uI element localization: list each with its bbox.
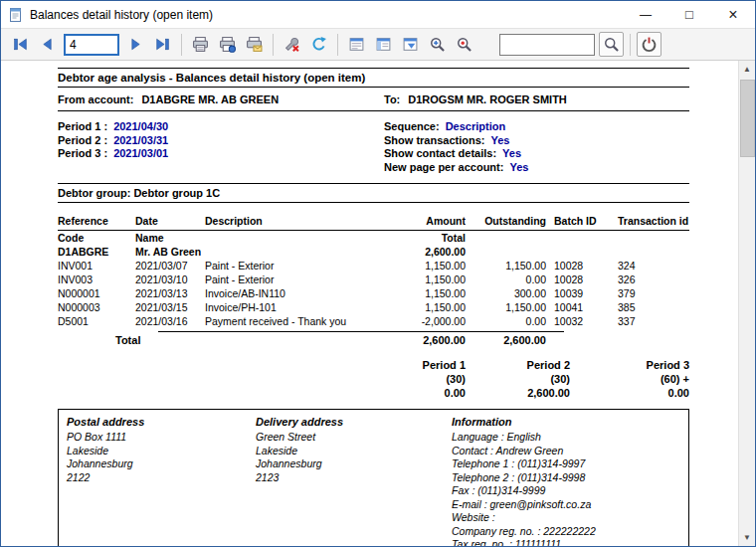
search-input[interactable] (499, 34, 595, 56)
col-header: Outstanding (466, 208, 546, 231)
col-header: Amount (384, 208, 466, 231)
period-list: Period 1 :2021/04/30 Period 2 :2021/03/3… (58, 120, 384, 174)
from-account-value: D1ABGRE MR. AB GREEN (141, 93, 279, 105)
page-setup-button[interactable] (344, 32, 369, 57)
option-label: Sequence: (384, 120, 440, 132)
period-value: 2021/03/31 (113, 134, 168, 146)
group-tree-button[interactable] (371, 32, 396, 57)
total-label: Total (384, 231, 466, 246)
code-label: Code (58, 231, 135, 246)
contact-details-box: Postal address PO Box 1111 Lakeside Joha… (58, 409, 689, 546)
refresh-icon (310, 36, 327, 53)
debtor-group-title: Debtor group: Debtor group 1C (58, 184, 689, 202)
power-icon (641, 36, 658, 53)
page-number-input[interactable] (64, 34, 119, 56)
account-header-values: D1ABGRE Mr. AB Green 2,600.00 (58, 245, 689, 259)
option-value: Description (446, 120, 506, 132)
period-value: 2021/03/01 (113, 147, 168, 159)
col-header: Batch ID (546, 208, 608, 231)
group-tree-icon (375, 36, 392, 53)
table-row: INV0012021/03/07Paint - Exterior1,150.00… (58, 259, 689, 273)
toolbar-separator (630, 34, 631, 56)
information-block: Information Language : English Contact :… (452, 416, 682, 546)
filter-button[interactable] (398, 32, 423, 57)
total-outstanding: 2,600.00 (466, 334, 546, 346)
printer-options-button[interactable] (280, 32, 304, 57)
first-page-button[interactable] (8, 32, 33, 57)
period-label: Period 3 : (58, 147, 107, 159)
total-amount: 2,600.00 (384, 334, 466, 346)
debtor-group-band: Debtor group: Debtor group 1C (58, 183, 689, 203)
toolbar-separator (181, 34, 182, 56)
previous-page-button[interactable] (35, 32, 60, 57)
aging-summary: Period 1 (30) 0.00 Period 2 (30) 2,600.0… (58, 358, 689, 401)
period-label: Period 2 : (58, 134, 107, 146)
table-row: N0000012021/03/13Invoice/AB-IN1101,150.0… (58, 286, 689, 300)
toolbar-separator (337, 34, 338, 56)
account-name: Mr. AB Green (135, 245, 384, 259)
scroll-up-button[interactable]: ▲ (739, 61, 755, 78)
app-icon (8, 7, 24, 23)
find-button[interactable] (452, 32, 476, 57)
option-label: Show contact details: (384, 147, 496, 159)
delivery-address-title: Delivery address (256, 416, 445, 428)
filter-icon (402, 36, 419, 53)
delivery-address-block: Delivery address Green Street Lakeside J… (256, 416, 445, 484)
aging-period-2: Period 2 (30) 2,600.00 (471, 358, 570, 400)
account-header-labels: Code Name Total (58, 231, 689, 246)
envelope-icon (246, 36, 263, 53)
scroll-down-button[interactable]: ▼ (739, 529, 755, 546)
toolbar (1, 28, 755, 61)
toolbar-separator (273, 34, 274, 56)
app-window: Balances detail history (open item) — □ … (0, 0, 756, 547)
option-list: Sequence:Description Show transactions:Y… (384, 120, 528, 174)
option-value: Yes (502, 147, 521, 159)
column-header-row: Reference Date Description Amount Outsta… (58, 208, 689, 231)
name-label: Name (135, 231, 384, 246)
from-account-label: From account: (58, 93, 133, 105)
scrollbar-thumb[interactable] (740, 80, 755, 157)
option-value: Yes (509, 161, 528, 173)
transactions-table: Code Name Total D1ABGRE Mr. AB Green 2,6… (58, 208, 689, 328)
table-row: D50012021/03/16Payment received - Thank … (58, 314, 689, 328)
page-header-icon (348, 36, 365, 53)
col-header: Reference (58, 208, 135, 231)
email-report-button[interactable] (242, 32, 267, 57)
information-title: Information (452, 416, 682, 428)
maximize-button[interactable]: □ (667, 1, 711, 28)
period-label: Period 1 : (58, 120, 107, 132)
report-preview-area: Debtor age analysis - Balances detail hi… (1, 61, 755, 546)
account-total: 2,600.00 (384, 245, 466, 259)
print-setup-button[interactable] (215, 32, 240, 57)
period-value: 2021/04/30 (113, 120, 168, 132)
col-header: Date (135, 208, 205, 231)
search-icon (603, 36, 620, 53)
search-button[interactable] (599, 32, 624, 57)
magnifier-dot-icon (456, 36, 472, 53)
rule (58, 87, 689, 88)
printer-gear-icon (219, 36, 236, 53)
rule (58, 110, 689, 111)
aging-period-1: Period 1 (30) 0.00 (366, 358, 466, 400)
print-button[interactable] (188, 32, 213, 57)
refresh-button[interactable] (306, 32, 331, 57)
zoom-button[interactable] (425, 32, 450, 57)
zoom-in-icon (429, 36, 446, 53)
to-account-value: D1ROGSM MR. ROGER SMITH (408, 93, 567, 105)
power-button[interactable] (637, 32, 662, 57)
postal-address-title: Postal address (67, 416, 246, 428)
wrench-x-icon (284, 36, 300, 53)
option-label: New page per account: (384, 161, 503, 173)
close-button[interactable]: × (711, 1, 755, 28)
option-label: Show transactions: (384, 134, 484, 146)
account-code: D1ABGRE (58, 245, 135, 259)
last-page-button[interactable] (150, 32, 175, 57)
report-parameters: Period 1 :2021/04/30 Period 2 :2021/03/3… (58, 120, 689, 174)
vertical-scrollbar[interactable]: ▲ ▼ (738, 61, 755, 546)
minimize-button[interactable]: — (624, 1, 667, 28)
next-page-button[interactable] (123, 32, 148, 57)
total-row: Total 2,600.00 2,600.00 (58, 334, 689, 349)
window-controls: — □ × (624, 1, 755, 28)
printer-icon (192, 36, 209, 53)
rule (58, 202, 689, 203)
